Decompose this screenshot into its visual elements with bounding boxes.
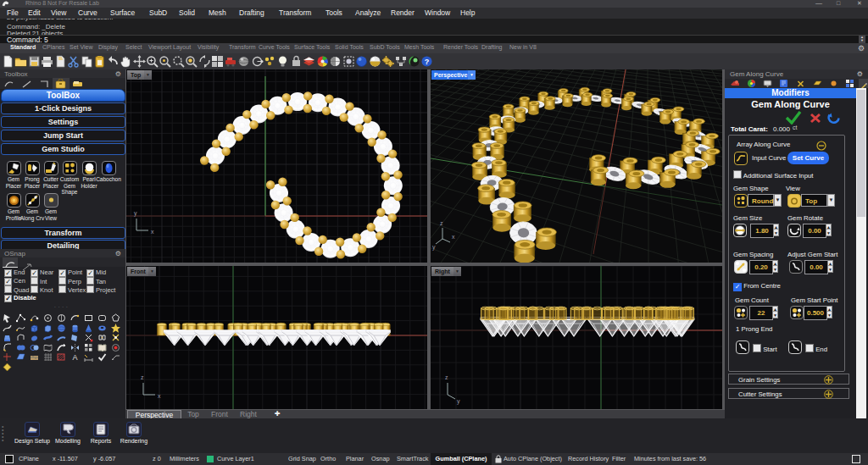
- svg-text:?: ?: [425, 58, 430, 66]
- svg-text:y: y: [432, 244, 436, 251]
- svg-text:x: x: [158, 393, 161, 399]
- svg-text:z: z: [440, 220, 443, 226]
- svg-text:y: y: [134, 210, 137, 217]
- svg-text:A: A: [72, 353, 77, 362]
- svg-text:x: x: [151, 229, 154, 235]
- svg-text:z: z: [445, 374, 448, 380]
- svg-text:x: x: [452, 234, 455, 240]
- svg-text:z: z: [141, 374, 144, 380]
- svg-text:y: y: [457, 398, 460, 405]
